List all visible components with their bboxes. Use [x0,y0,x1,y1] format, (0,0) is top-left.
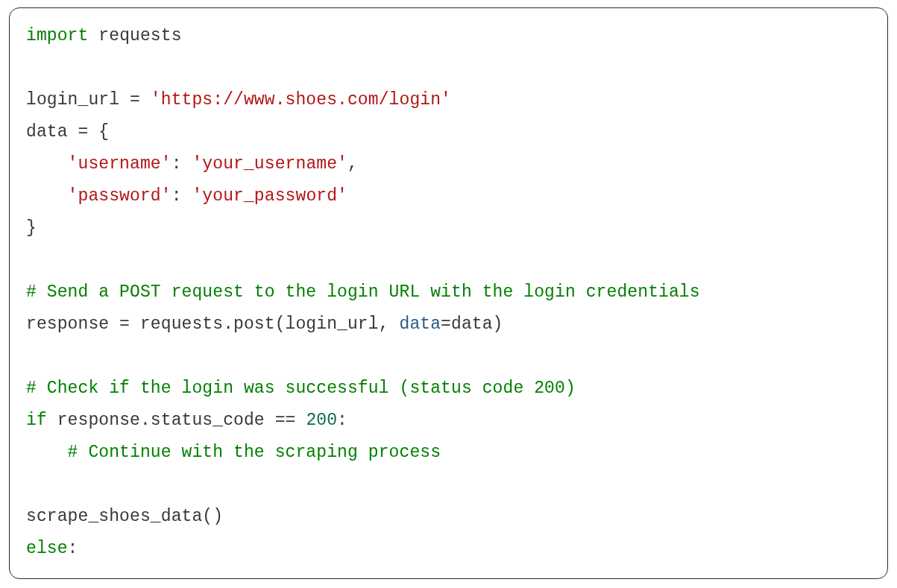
code-token: else [26,539,68,558]
code-token: # Continue with the scraping process [68,443,441,462]
code-token: response.status_code == [47,411,306,430]
code-content: import requests login_url = 'https://www… [26,20,871,565]
code-token: 'password' [68,186,171,206]
code-token: import [26,26,88,45]
code-token: : [68,539,78,558]
page: import requests login_url = 'https://www… [0,0,897,588]
code-token: 'your_username' [192,154,347,174]
code-token: 200 [306,411,337,430]
code-token: =data) [441,314,503,334]
code-token: 'https://www.shoes.com/login' [151,90,451,110]
code-token: data [399,314,441,334]
code-token: , [347,154,358,174]
code-token: data = { [26,122,109,142]
code-block: import requests login_url = 'https://www… [9,7,888,579]
code-token: scrape_shoes_data() [26,507,223,526]
code-token: # Check if the login was successful (sta… [26,379,576,398]
code-token: requests [88,26,181,45]
code-token: : [337,411,347,430]
code-token: : [171,154,192,174]
code-token: if [26,411,47,430]
code-token: 'username' [68,154,171,174]
code-token: login_url = [26,90,151,110]
code-token: response = requests.post(login_url, [26,314,399,334]
code-token: : [171,186,192,206]
code-token: } [26,218,37,238]
code-token: # Send a POST request to the login URL w… [26,282,700,302]
code-token: 'your_password' [192,186,347,206]
